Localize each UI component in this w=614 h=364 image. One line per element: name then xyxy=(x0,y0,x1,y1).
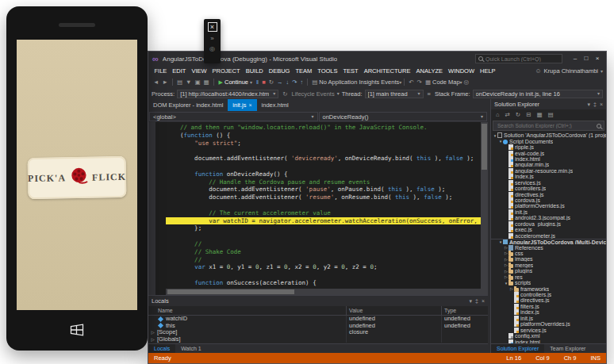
tree-item[interactable]: ▷merges xyxy=(491,262,606,268)
menu-build[interactable]: BUILD xyxy=(243,67,266,75)
close-icon[interactable]: × xyxy=(593,54,602,63)
tree-item[interactable]: cordova.js xyxy=(491,197,606,203)
tree-item[interactable]: ▾Script Documents xyxy=(491,138,606,144)
window-position-icon[interactable]: ▾ xyxy=(469,298,472,305)
home-icon[interactable]: ⌂ xyxy=(494,109,501,121)
tree-item[interactable]: eval-code.js xyxy=(491,150,606,155)
tree-item[interactable]: angular.min.js xyxy=(491,162,606,167)
tree-item[interactable]: exec.js xyxy=(491,227,606,232)
tab-locals[interactable]: Locals xyxy=(148,344,175,353)
tab-solution-explorer[interactable]: Solution Explorer xyxy=(491,344,544,353)
tree-item[interactable]: ▾scripts xyxy=(491,280,606,285)
step-out-icon[interactable]: ↑ xyxy=(299,76,305,88)
maximize-icon[interactable]: □ xyxy=(581,54,591,63)
save-icon[interactable]: ▣ xyxy=(193,76,201,88)
tree-item[interactable]: ▷frameworks xyxy=(491,285,606,291)
quick-launch[interactable] xyxy=(475,54,562,63)
locals-row[interactable]: thisundefinedundefined xyxy=(148,323,488,330)
undo-icon[interactable]: ↶ xyxy=(407,76,415,88)
vertical-scrollbar-thumb[interactable] xyxy=(482,124,487,170)
tree-item[interactable]: directives.js xyxy=(491,297,606,303)
menu-project[interactable]: PROJECT xyxy=(209,67,243,75)
tree-item[interactable]: index.js xyxy=(491,174,606,179)
tree-item[interactable]: controllers.js xyxy=(491,186,606,191)
horizontal-scrollbar[interactable] xyxy=(166,289,481,295)
tree-item[interactable]: filters.js xyxy=(491,304,606,309)
scope-dropdown[interactable]: <global> ▾ xyxy=(149,112,318,121)
feedback-smiley-icon[interactable]: ☺ xyxy=(535,67,541,75)
tree-item[interactable]: ▷css xyxy=(491,251,606,256)
windows-home-button[interactable] xyxy=(69,324,85,339)
collapse-all-icon[interactable]: ⊟ xyxy=(524,109,532,121)
open-file-icon[interactable]: ▼ xyxy=(184,76,193,88)
close-icon[interactable]: × xyxy=(248,99,251,111)
tree-item[interactable]: services.js xyxy=(491,180,606,186)
stop-debug-icon[interactable]: ■ xyxy=(260,76,267,88)
tree-item[interactable]: config.xml xyxy=(491,333,606,339)
tree-item[interactable]: cordova_plugins.js xyxy=(491,221,606,227)
tree-item[interactable]: ▷images xyxy=(491,256,606,262)
properties-icon[interactable]: ▤ xyxy=(547,109,555,121)
tree-item[interactable]: ▷References xyxy=(491,244,606,250)
codemap-icon[interactable]: ▦ xyxy=(424,76,432,88)
tree-item[interactable]: ▷res xyxy=(491,274,606,280)
restart-icon[interactable]: ↻ xyxy=(267,76,275,88)
stack-frame-dropdown[interactable]: onDeviceReady in init.js, line 16 ▾ xyxy=(473,90,603,98)
lifecycle-events-button[interactable]: Lifecycle Events xyxy=(291,90,334,98)
redo-icon[interactable]: ↷ xyxy=(416,76,424,88)
menu-help[interactable]: HELP xyxy=(478,67,499,75)
locals-row[interactable]: ▷[Globals] xyxy=(148,336,488,343)
save-all-icon[interactable]: ▦ xyxy=(202,76,211,88)
continue-button[interactable]: ▶Continue▾ xyxy=(217,79,255,86)
step-over-icon[interactable]: ↷ xyxy=(290,76,298,88)
pin-icon[interactable]: ‡ xyxy=(593,102,597,108)
tree-item[interactable]: ▾Solution 'AngularJSToDoCordova' (1 proj… xyxy=(491,132,606,138)
member-dropdown[interactable]: onDeviceReady() ▾ xyxy=(319,112,488,121)
refresh-icon[interactable]: ↻ xyxy=(514,109,522,121)
locals-row[interactable]: watchIDundefinedundefined xyxy=(148,316,488,323)
phone-screen[interactable]: PICK'A FLICK xyxy=(17,40,137,310)
code-map-button[interactable]: ▦Code Map▾ xyxy=(424,76,462,88)
window-position-icon[interactable]: ▾ xyxy=(587,102,590,108)
insights-icon[interactable]: ▤ xyxy=(310,76,319,88)
tree-item[interactable]: platformOverrides.js xyxy=(491,203,606,209)
tab-dom-explorer-index-html[interactable]: DOM Explorer - index.html xyxy=(148,99,228,111)
code-editor[interactable]: // and then run "window.location.reload(… xyxy=(148,122,488,295)
tree-item[interactable]: index.js xyxy=(491,309,606,315)
process-dropdown[interactable]: [1] http://localhost:4400/index.htm ▾ xyxy=(177,90,278,98)
tree-item[interactable]: init.js xyxy=(491,316,606,321)
tree-item[interactable]: controllers.js xyxy=(491,292,606,297)
tab-init-js[interactable]: init.js× xyxy=(228,99,256,111)
close-icon[interactable]: × xyxy=(208,22,217,32)
tab-team-explorer[interactable]: Team Explorer xyxy=(544,344,591,353)
horizontal-scrollbar-thumb[interactable] xyxy=(167,289,294,294)
user-account[interactable]: ☺ Krupa Chinnathambi ▾ xyxy=(535,67,603,75)
tree-item[interactable]: accelerometer.js xyxy=(491,232,606,238)
minimize-icon[interactable]: – xyxy=(570,54,580,63)
show-next-statement-icon[interactable]: → xyxy=(275,76,285,88)
sync-icon[interactable]: ⇄ xyxy=(504,109,512,121)
locals-row[interactable]: ▷[Scope]closure xyxy=(148,329,488,336)
nav-back-icon[interactable]: ◄ xyxy=(152,76,160,88)
tree-item[interactable]: ▾AngularJSToDoCordova (Multi-Device Hybr… xyxy=(491,239,606,244)
tree-item[interactable]: directives.js xyxy=(491,191,606,197)
zoom-icon[interactable]: ◎ xyxy=(209,46,215,52)
solution-explorer-search-input[interactable] xyxy=(496,122,595,129)
menu-analyze[interactable]: ANALYZE xyxy=(413,67,446,75)
tree-item[interactable]: init.js xyxy=(491,209,606,215)
quick-launch-input[interactable] xyxy=(485,56,559,62)
tree-item[interactable]: services.js xyxy=(491,327,606,332)
show-all-files-icon[interactable]: ▦ xyxy=(535,109,543,121)
tree-item[interactable]: platformOverrides.js xyxy=(491,321,606,327)
close-icon[interactable]: × xyxy=(482,298,485,305)
nav-forward-icon[interactable]: ► xyxy=(160,76,169,88)
tree-item[interactable]: android2.3.jscompat.js xyxy=(491,215,606,220)
expander-icon[interactable]: ▷ xyxy=(150,329,155,336)
find-icon[interactable]: ◎ xyxy=(462,76,471,88)
solution-explorer-search[interactable] xyxy=(493,121,604,131)
menu-edit[interactable]: EDIT xyxy=(170,67,189,75)
tab-index-html[interactable]: index.html xyxy=(257,99,294,111)
double-chevron-icon[interactable]: » xyxy=(210,36,213,42)
tree-item[interactable]: ▷plugins xyxy=(491,268,606,274)
locals-panel-header[interactable]: Locals ▾‡× xyxy=(148,296,488,306)
